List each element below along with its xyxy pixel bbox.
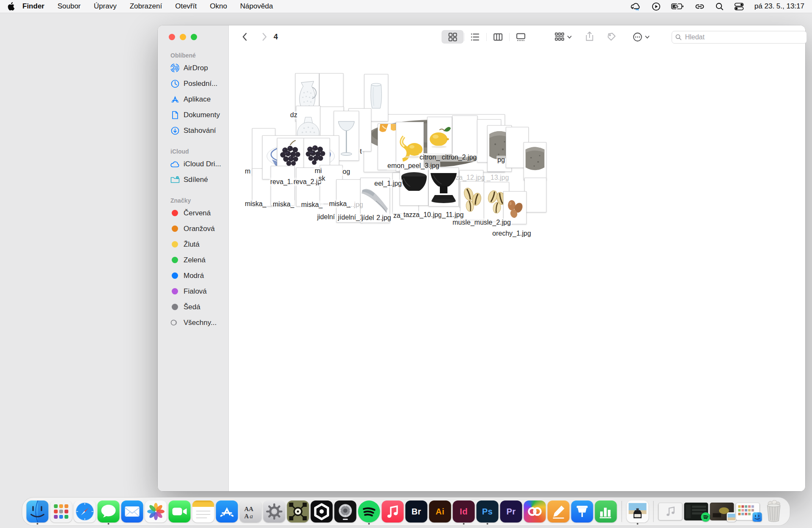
- running-indicator: [637, 523, 639, 525]
- file-label[interactable]: orechy_1.jpg: [491, 229, 532, 238]
- running-indicator: [463, 523, 465, 525]
- running-indicator: [108, 523, 110, 525]
- dock-minimized-spotify-window[interactable]: [684, 498, 708, 525]
- dock-olive-grid-app[interactable]: [287, 498, 309, 525]
- dock-photos[interactable]: [145, 498, 167, 525]
- running-indicator: [487, 523, 488, 525]
- menu-otev-t[interactable]: Otevřít: [175, 2, 197, 11]
- file-label[interactable]: jídel: [361, 214, 375, 222]
- file-label[interactable]: miska_: [272, 200, 295, 209]
- menu-zobrazen-[interactable]: Zobrazení: [130, 2, 162, 11]
- file-label[interactable]: jídelní_1: [337, 213, 365, 222]
- link-icon[interactable]: [694, 3, 705, 10]
- svg-text:A: A: [244, 513, 249, 520]
- menu--pravy[interactable]: Úpravy: [94, 2, 117, 11]
- menu-finder[interactable]: Finder: [22, 2, 44, 11]
- battery-charging-icon[interactable]: [671, 3, 684, 10]
- dock-adobe-bridge[interactable]: Br: [406, 498, 428, 525]
- dock-numbers[interactable]: [595, 498, 617, 525]
- dock-trash[interactable]: [762, 498, 786, 525]
- file-label[interactable]: pg: [497, 156, 506, 164]
- file-label[interactable]: eel_1.jpg: [373, 179, 403, 188]
- now-playing-icon[interactable]: [652, 2, 661, 11]
- dock-launchpad[interactable]: [50, 498, 72, 525]
- menu-items: FinderSouborÚpravyZobrazeníOtevřítOknoNá…: [22, 2, 273, 11]
- file-thumbnail[interactable]: [452, 116, 477, 157]
- dock-font-book[interactable]: AAAa: [240, 498, 262, 525]
- dock-minimized-music-window[interactable]: [658, 498, 683, 525]
- menu-clock[interactable]: pá 23. 5., 13:17: [754, 2, 804, 11]
- file-label[interactable]: _11.jpg: [441, 211, 464, 219]
- file-label[interactable]: og: [342, 168, 351, 176]
- file-label: za_12.jpg _13.jpg: [455, 173, 510, 182]
- dock-music[interactable]: [382, 498, 404, 525]
- dock-silver-dial-app[interactable]: [335, 498, 357, 525]
- dock-messages[interactable]: [98, 498, 120, 525]
- file-label[interactable]: dz: [289, 111, 298, 119]
- file-thumbnail[interactable]: [427, 117, 452, 154]
- file-label[interactable]: t: [359, 147, 362, 156]
- dock-facetime[interactable]: [169, 498, 191, 525]
- menu-okno[interactable]: Okno: [210, 2, 227, 11]
- menu-status-area: pá 23. 5., 13:17: [630, 2, 804, 11]
- file-label[interactable]: m: [244, 167, 251, 176]
- dock-app-store[interactable]: [216, 498, 238, 525]
- dock-safari[interactable]: [74, 498, 96, 525]
- file-cluster: dztcitron_ citron_2.jpgpgemon_peel_3.jpg…: [158, 25, 805, 491]
- file-label[interactable]: sk: [318, 174, 326, 183]
- menu-bar: FinderSouborÚpravyZobrazeníOtevřítOknoNá…: [0, 0, 812, 13]
- control-center-icon[interactable]: [734, 3, 744, 11]
- file-thumbnail[interactable]: [428, 168, 459, 206]
- running-indicator: [368, 523, 370, 525]
- dock-system-settings[interactable]: [263, 498, 285, 525]
- file-label[interactable]: reva_1.: [269, 178, 294, 186]
- apple-menu-icon[interactable]: [8, 2, 15, 11]
- dock-separator: [653, 501, 654, 522]
- dock-adobe-indesign[interactable]: Id: [453, 498, 475, 525]
- file-thumbnail[interactable]: [524, 178, 546, 212]
- dock-black-emblem-app[interactable]: [311, 498, 333, 525]
- dock-adobe-illustrator[interactable]: Ai: [429, 498, 451, 525]
- file-label[interactable]: miska_: [244, 200, 267, 208]
- svg-text:a: a: [250, 513, 253, 520]
- cloud-sync-icon[interactable]: [630, 3, 641, 11]
- dock-preview-ink-app[interactable]: [627, 498, 649, 525]
- dock: AAAaBrAiIdPsPr: [22, 497, 790, 526]
- dock-pages[interactable]: [548, 498, 570, 525]
- dock-adobe-premiere[interactable]: Pr: [500, 498, 522, 525]
- dock-mail[interactable]: [121, 498, 143, 525]
- file-label: ...jpg: [348, 201, 364, 209]
- dock-creative-cloud[interactable]: [524, 498, 546, 525]
- dock-notes[interactable]: [192, 498, 214, 525]
- finder-window: OblíbenéAirDropPoslední...AplikaceDokume…: [158, 25, 805, 491]
- dock-minimized-photo-window[interactable]: [710, 498, 734, 525]
- file-label[interactable]: citron_ citron_2.jpg: [419, 153, 477, 162]
- file-label[interactable]: 2.jpg: [376, 214, 392, 222]
- file-label[interactable]: jidelní: [316, 213, 336, 221]
- file-thumbnail[interactable]: [400, 168, 428, 206]
- dock-finder[interactable]: [27, 498, 49, 525]
- menu-n-pov-da[interactable]: Nápověda: [240, 2, 273, 11]
- file-label[interactable]: miska_: [300, 201, 324, 209]
- menu-soubor[interactable]: Soubor: [58, 2, 81, 11]
- dock-adobe-photoshop[interactable]: Ps: [477, 498, 499, 525]
- file-thumbnail[interactable]: [524, 142, 546, 180]
- dock-minimized-finder-window[interactable]: [736, 498, 760, 525]
- dock-separator: [622, 501, 622, 522]
- running-indicator: [37, 523, 38, 525]
- spotlight-icon[interactable]: [716, 3, 724, 11]
- file-label[interactable]: emon_peel_3.jpg: [387, 162, 440, 170]
- file-label[interactable]: mi: [314, 167, 323, 175]
- dock-spotify[interactable]: [358, 498, 380, 525]
- file-label[interactable]: musle_musle_2.jpg: [452, 218, 512, 227]
- svg-text:AA: AA: [244, 506, 254, 512]
- file-label[interactable]: tazza_10.jpg: [403, 211, 443, 219]
- dock-keynote[interactable]: [571, 498, 593, 525]
